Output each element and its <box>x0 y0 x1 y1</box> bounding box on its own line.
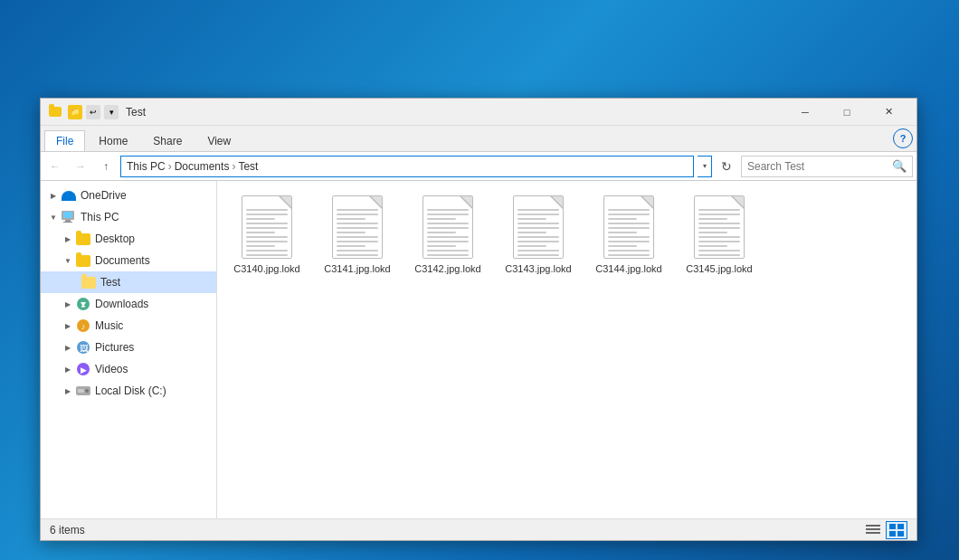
svg-rect-20 <box>897 524 904 529</box>
downloads-icon <box>75 296 91 312</box>
path-pc[interactable]: This PC <box>127 160 166 173</box>
expand-localdisk-arrow[interactable]: ▶ <box>61 384 75 398</box>
sidebar-item-documents[interactable]: ▼ Documents <box>41 250 216 271</box>
file-name: C3144.jpg.lokd <box>595 262 661 275</box>
address-dropdown[interactable]: ▾ <box>698 156 712 177</box>
doc-line <box>698 241 740 242</box>
status-bar: 6 items <box>41 518 916 540</box>
expand-thispc-arrow[interactable]: ▼ <box>46 210 61 224</box>
svg-point-14 <box>85 389 89 393</box>
expand-videos-arrow[interactable]: ▶ <box>61 362 75 376</box>
sidebar-item-videos[interactable]: ▶ ▶ Videos <box>41 358 216 380</box>
sidebar-item-desktop[interactable]: ▶ Desktop <box>41 228 216 250</box>
doc-line <box>337 223 378 224</box>
file-name: C3145.jpg.lokd <box>686 262 752 275</box>
forward-button[interactable]: → <box>70 156 91 177</box>
doc-line <box>698 250 740 252</box>
refresh-button[interactable]: ↻ <box>716 156 737 177</box>
minimize-button[interactable]: ─ <box>784 99 826 126</box>
doc-line-short <box>427 218 456 220</box>
expand-documents-arrow[interactable]: ▼ <box>61 253 75 268</box>
search-box[interactable]: 🔍 <box>741 156 913 177</box>
svg-rect-21 <box>889 531 896 536</box>
doc-line <box>698 254 740 256</box>
document-icon <box>603 195 654 259</box>
file-item[interactable]: C3145.jpg.lokd <box>679 190 760 280</box>
doc-line <box>517 214 559 215</box>
search-icon[interactable]: 🔍 <box>892 159 907 173</box>
doc-line-short <box>246 218 275 220</box>
undo-icon[interactable]: ↩ <box>86 105 100 119</box>
file-item[interactable]: C3140.jpg.lokd <box>226 190 308 280</box>
sidebar-item-music[interactable]: ▶ ♪ Music <box>41 315 216 337</box>
doc-line <box>427 236 469 238</box>
path-test[interactable]: Test <box>238 160 258 173</box>
doc-line <box>517 241 559 242</box>
doc-line <box>517 250 559 252</box>
folder-small-icon <box>49 107 62 117</box>
expand-music-arrow[interactable]: ▶ <box>61 318 75 333</box>
expand-onedrive-arrow[interactable]: ▶ <box>46 188 61 203</box>
tab-share[interactable]: Share <box>141 130 194 151</box>
drive-icon <box>75 383 91 399</box>
svg-rect-15 <box>78 389 84 393</box>
view-toggle-buttons <box>862 521 907 539</box>
close-button[interactable]: ✕ <box>868 99 909 126</box>
file-item[interactable]: C3141.jpg.lokd <box>317 190 398 280</box>
file-item[interactable]: C3142.jpg.lokd <box>407 190 489 280</box>
title-bar: 📁 ↩ ▾ Test ─ □ ✕ <box>41 99 916 126</box>
doc-line <box>698 227 740 229</box>
down-arrow-icon[interactable]: ▾ <box>104 105 119 119</box>
doc-line-short <box>337 232 366 233</box>
doc-line <box>427 254 469 256</box>
svg-rect-17 <box>866 528 880 530</box>
doc-line-short <box>337 218 366 220</box>
properties-icon[interactable]: 📁 <box>68 105 82 119</box>
doc-line <box>427 250 469 252</box>
doc-line <box>337 241 378 242</box>
sidebar-item-onedrive[interactable]: ▶ OneDrive <box>41 185 216 206</box>
file-item[interactable]: C3144.jpg.lokd <box>588 190 669 280</box>
file-item[interactable]: C3143.jpg.lokd <box>498 190 579 280</box>
doc-line <box>246 223 288 224</box>
expand-downloads-arrow[interactable]: ▶ <box>61 297 75 311</box>
documents-folder-icon <box>75 252 91 269</box>
details-view-button[interactable] <box>862 521 884 539</box>
doc-line <box>427 223 469 224</box>
doc-line <box>427 214 469 215</box>
doc-line-short <box>517 232 546 233</box>
sidebar-item-pictures[interactable]: ▶ 🖼 Pictures <box>41 337 216 358</box>
tab-view[interactable]: View <box>195 130 242 151</box>
doc-line <box>337 254 378 256</box>
tab-file[interactable]: File <box>44 130 85 151</box>
document-icon <box>513 195 564 259</box>
doc-line-short <box>517 245 546 247</box>
expand-desktop-arrow[interactable]: ▶ <box>61 232 75 246</box>
sidebar: ▶ OneDrive ▼ This PC <box>41 181 217 518</box>
window-title: Test <box>126 106 784 119</box>
tab-home[interactable]: Home <box>87 130 139 151</box>
doc-line <box>246 227 288 229</box>
doc-line-short <box>608 232 637 233</box>
expand-pictures-arrow[interactable]: ▶ <box>61 340 75 355</box>
path-documents[interactable]: Documents <box>175 160 230 173</box>
pictures-icon: 🖼 <box>75 339 91 356</box>
sidebar-item-test[interactable]: Test <box>41 271 216 293</box>
help-button[interactable]: ? <box>893 128 913 148</box>
sidebar-item-localdisk[interactable]: ▶ Local Disk (C:) <box>41 380 216 402</box>
doc-line <box>608 241 650 242</box>
maximize-button[interactable]: □ <box>826 99 868 126</box>
svg-text:🖼: 🖼 <box>80 344 88 353</box>
sidebar-item-thispc[interactable]: ▼ This PC <box>41 206 216 228</box>
svg-rect-19 <box>889 524 896 529</box>
test-label: Test <box>100 276 211 289</box>
doc-lines <box>427 209 469 256</box>
sidebar-item-downloads[interactable]: ▶ Downloads <box>41 293 216 315</box>
search-input[interactable] <box>747 160 888 173</box>
doc-line <box>246 214 288 215</box>
address-path[interactable]: This PC › Documents › Test <box>120 156 694 177</box>
svg-rect-2 <box>65 220 71 222</box>
up-button[interactable]: ↑ <box>95 156 117 177</box>
back-button[interactable]: ← <box>44 156 66 177</box>
tiles-view-button[interactable] <box>886 521 907 539</box>
